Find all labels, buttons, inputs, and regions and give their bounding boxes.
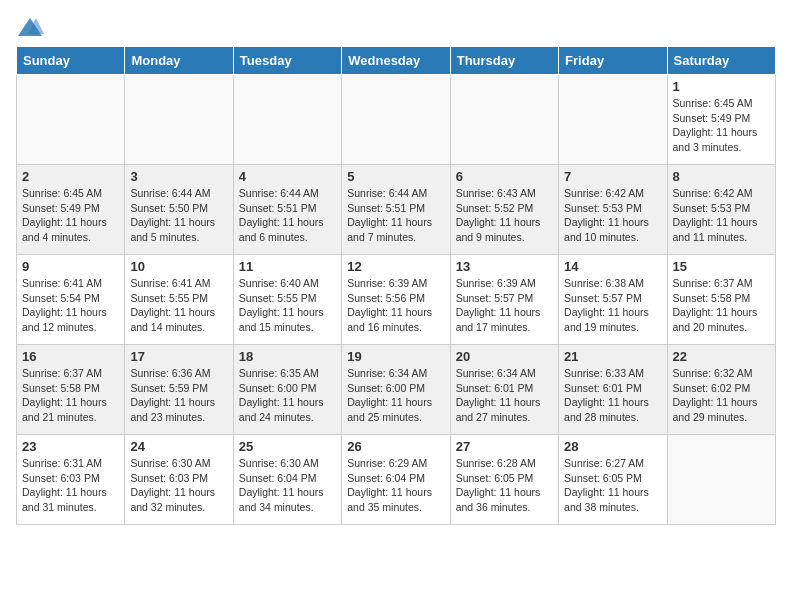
calendar-cell: 16Sunrise: 6:37 AM Sunset: 5:58 PM Dayli… — [17, 345, 125, 435]
calendar-cell: 27Sunrise: 6:28 AM Sunset: 6:05 PM Dayli… — [450, 435, 558, 525]
day-detail: Sunrise: 6:30 AM Sunset: 6:04 PM Dayligh… — [239, 456, 336, 515]
calendar-cell — [17, 75, 125, 165]
calendar-cell: 8Sunrise: 6:42 AM Sunset: 5:53 PM Daylig… — [667, 165, 775, 255]
day-number: 15 — [673, 259, 770, 274]
day-number: 23 — [22, 439, 119, 454]
day-number: 22 — [673, 349, 770, 364]
day-detail: Sunrise: 6:39 AM Sunset: 5:56 PM Dayligh… — [347, 276, 444, 335]
day-header-sunday: Sunday — [17, 47, 125, 75]
day-detail: Sunrise: 6:39 AM Sunset: 5:57 PM Dayligh… — [456, 276, 553, 335]
day-detail: Sunrise: 6:32 AM Sunset: 6:02 PM Dayligh… — [673, 366, 770, 425]
calendar-week-2: 9Sunrise: 6:41 AM Sunset: 5:54 PM Daylig… — [17, 255, 776, 345]
day-detail: Sunrise: 6:43 AM Sunset: 5:52 PM Dayligh… — [456, 186, 553, 245]
calendar-cell: 10Sunrise: 6:41 AM Sunset: 5:55 PM Dayli… — [125, 255, 233, 345]
day-detail: Sunrise: 6:37 AM Sunset: 5:58 PM Dayligh… — [22, 366, 119, 425]
day-number: 28 — [564, 439, 661, 454]
day-number: 4 — [239, 169, 336, 184]
day-header-friday: Friday — [559, 47, 667, 75]
calendar-cell — [342, 75, 450, 165]
calendar-cell: 1Sunrise: 6:45 AM Sunset: 5:49 PM Daylig… — [667, 75, 775, 165]
day-number: 5 — [347, 169, 444, 184]
calendar-cell: 17Sunrise: 6:36 AM Sunset: 5:59 PM Dayli… — [125, 345, 233, 435]
day-number: 10 — [130, 259, 227, 274]
day-number: 6 — [456, 169, 553, 184]
day-number: 19 — [347, 349, 444, 364]
calendar-cell — [559, 75, 667, 165]
calendar-cell — [667, 435, 775, 525]
calendar-week-0: 1Sunrise: 6:45 AM Sunset: 5:49 PM Daylig… — [17, 75, 776, 165]
day-number: 9 — [22, 259, 119, 274]
day-detail: Sunrise: 6:35 AM Sunset: 6:00 PM Dayligh… — [239, 366, 336, 425]
calendar-cell: 19Sunrise: 6:34 AM Sunset: 6:00 PM Dayli… — [342, 345, 450, 435]
day-number: 24 — [130, 439, 227, 454]
calendar-cell: 18Sunrise: 6:35 AM Sunset: 6:00 PM Dayli… — [233, 345, 341, 435]
day-detail: Sunrise: 6:29 AM Sunset: 6:04 PM Dayligh… — [347, 456, 444, 515]
day-detail: Sunrise: 6:41 AM Sunset: 5:55 PM Dayligh… — [130, 276, 227, 335]
calendar-cell: 14Sunrise: 6:38 AM Sunset: 5:57 PM Dayli… — [559, 255, 667, 345]
day-detail: Sunrise: 6:33 AM Sunset: 6:01 PM Dayligh… — [564, 366, 661, 425]
calendar-cell: 2Sunrise: 6:45 AM Sunset: 5:49 PM Daylig… — [17, 165, 125, 255]
day-detail: Sunrise: 6:44 AM Sunset: 5:51 PM Dayligh… — [239, 186, 336, 245]
calendar-cell — [450, 75, 558, 165]
day-header-thursday: Thursday — [450, 47, 558, 75]
calendar-cell: 23Sunrise: 6:31 AM Sunset: 6:03 PM Dayli… — [17, 435, 125, 525]
page-header — [16, 16, 776, 38]
calendar-cell: 13Sunrise: 6:39 AM Sunset: 5:57 PM Dayli… — [450, 255, 558, 345]
calendar-cell: 11Sunrise: 6:40 AM Sunset: 5:55 PM Dayli… — [233, 255, 341, 345]
day-detail: Sunrise: 6:34 AM Sunset: 6:01 PM Dayligh… — [456, 366, 553, 425]
day-detail: Sunrise: 6:38 AM Sunset: 5:57 PM Dayligh… — [564, 276, 661, 335]
day-detail: Sunrise: 6:30 AM Sunset: 6:03 PM Dayligh… — [130, 456, 227, 515]
calendar-cell: 20Sunrise: 6:34 AM Sunset: 6:01 PM Dayli… — [450, 345, 558, 435]
day-number: 8 — [673, 169, 770, 184]
calendar-cell: 21Sunrise: 6:33 AM Sunset: 6:01 PM Dayli… — [559, 345, 667, 435]
calendar-cell: 15Sunrise: 6:37 AM Sunset: 5:58 PM Dayli… — [667, 255, 775, 345]
day-number: 3 — [130, 169, 227, 184]
day-detail: Sunrise: 6:44 AM Sunset: 5:51 PM Dayligh… — [347, 186, 444, 245]
day-number: 27 — [456, 439, 553, 454]
day-number: 26 — [347, 439, 444, 454]
calendar-week-4: 23Sunrise: 6:31 AM Sunset: 6:03 PM Dayli… — [17, 435, 776, 525]
calendar-week-1: 2Sunrise: 6:45 AM Sunset: 5:49 PM Daylig… — [17, 165, 776, 255]
calendar-week-3: 16Sunrise: 6:37 AM Sunset: 5:58 PM Dayli… — [17, 345, 776, 435]
day-detail: Sunrise: 6:31 AM Sunset: 6:03 PM Dayligh… — [22, 456, 119, 515]
day-detail: Sunrise: 6:45 AM Sunset: 5:49 PM Dayligh… — [673, 96, 770, 155]
day-number: 18 — [239, 349, 336, 364]
day-number: 14 — [564, 259, 661, 274]
calendar-cell: 9Sunrise: 6:41 AM Sunset: 5:54 PM Daylig… — [17, 255, 125, 345]
calendar-cell: 4Sunrise: 6:44 AM Sunset: 5:51 PM Daylig… — [233, 165, 341, 255]
day-detail: Sunrise: 6:42 AM Sunset: 5:53 PM Dayligh… — [673, 186, 770, 245]
calendar-cell: 3Sunrise: 6:44 AM Sunset: 5:50 PM Daylig… — [125, 165, 233, 255]
day-number: 2 — [22, 169, 119, 184]
calendar-cell: 5Sunrise: 6:44 AM Sunset: 5:51 PM Daylig… — [342, 165, 450, 255]
calendar-cell: 26Sunrise: 6:29 AM Sunset: 6:04 PM Dayli… — [342, 435, 450, 525]
day-header-wednesday: Wednesday — [342, 47, 450, 75]
day-detail: Sunrise: 6:34 AM Sunset: 6:00 PM Dayligh… — [347, 366, 444, 425]
day-detail: Sunrise: 6:42 AM Sunset: 5:53 PM Dayligh… — [564, 186, 661, 245]
day-detail: Sunrise: 6:37 AM Sunset: 5:58 PM Dayligh… — [673, 276, 770, 335]
day-header-tuesday: Tuesday — [233, 47, 341, 75]
day-number: 12 — [347, 259, 444, 274]
logo-icon — [16, 16, 44, 38]
day-number: 25 — [239, 439, 336, 454]
day-detail: Sunrise: 6:44 AM Sunset: 5:50 PM Dayligh… — [130, 186, 227, 245]
day-number: 20 — [456, 349, 553, 364]
calendar-cell: 24Sunrise: 6:30 AM Sunset: 6:03 PM Dayli… — [125, 435, 233, 525]
day-detail: Sunrise: 6:27 AM Sunset: 6:05 PM Dayligh… — [564, 456, 661, 515]
calendar-cell: 6Sunrise: 6:43 AM Sunset: 5:52 PM Daylig… — [450, 165, 558, 255]
calendar-header-row: SundayMondayTuesdayWednesdayThursdayFrid… — [17, 47, 776, 75]
day-number: 7 — [564, 169, 661, 184]
calendar-cell: 12Sunrise: 6:39 AM Sunset: 5:56 PM Dayli… — [342, 255, 450, 345]
day-number: 21 — [564, 349, 661, 364]
day-detail: Sunrise: 6:40 AM Sunset: 5:55 PM Dayligh… — [239, 276, 336, 335]
day-detail: Sunrise: 6:28 AM Sunset: 6:05 PM Dayligh… — [456, 456, 553, 515]
day-number: 13 — [456, 259, 553, 274]
day-number: 11 — [239, 259, 336, 274]
day-number: 17 — [130, 349, 227, 364]
calendar-cell: 22Sunrise: 6:32 AM Sunset: 6:02 PM Dayli… — [667, 345, 775, 435]
calendar-table: SundayMondayTuesdayWednesdayThursdayFrid… — [16, 46, 776, 525]
day-detail: Sunrise: 6:45 AM Sunset: 5:49 PM Dayligh… — [22, 186, 119, 245]
calendar-cell — [125, 75, 233, 165]
calendar-cell: 7Sunrise: 6:42 AM Sunset: 5:53 PM Daylig… — [559, 165, 667, 255]
day-header-monday: Monday — [125, 47, 233, 75]
calendar-cell — [233, 75, 341, 165]
